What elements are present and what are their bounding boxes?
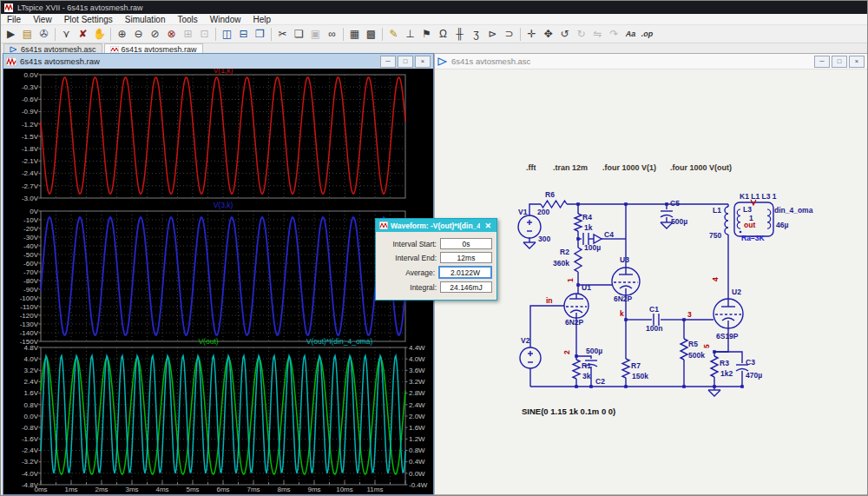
menu-file[interactable]: File — [1, 15, 27, 24]
component-label-r2[interactable]: R2 — [560, 248, 569, 256]
cascade-windows-button[interactable]: ❐ — [252, 26, 268, 42]
zoom-out-button[interactable]: ⊘ — [147, 26, 163, 42]
undo-button[interactable]: ↺ — [556, 26, 573, 42]
zoom-in-button[interactable]: ⊕ — [114, 26, 130, 42]
component-label-v2[interactable]: V2 — [521, 336, 530, 345]
component-button[interactable]: ⊃ — [501, 26, 517, 42]
component-label-u3[interactable]: U3 — [620, 255, 629, 264]
waveform-plot-area[interactable]: 0.0V-0.3V-0.6V-0.9V-1.2V-1.5V-1.8V-2.1V-… — [3, 69, 433, 494]
resistor-button[interactable]: Ω — [435, 26, 451, 42]
probe-button[interactable]: ⋎ — [58, 26, 75, 42]
component-label-500-[interactable]: 500µ — [586, 347, 602, 355]
menu-tools[interactable]: Tools — [171, 15, 203, 24]
mirror-button[interactable]: ⇋ — [589, 26, 606, 42]
component-label-6n2p[interactable]: 6N2P — [565, 318, 584, 327]
diode-button[interactable]: ⊳ — [484, 26, 501, 42]
node-label-3[interactable]: 3 — [687, 310, 692, 319]
paste-button[interactable]: ▣ — [307, 26, 324, 42]
node-label-k[interactable]: k — [620, 309, 624, 318]
component-label-sine-0-1-15-1k-0-1m-0-0-[interactable]: SINE(0 1.15 1k 0.1m 0 0) — [522, 407, 615, 416]
component-label-1k[interactable]: 1k — [584, 223, 593, 232]
node-label-5[interactable]: 5 — [702, 344, 711, 348]
zoom-full-button[interactable]: ⊗ — [163, 26, 180, 42]
spice-directive--four-1000-v-out-[interactable]: .four 1000 V(out) — [670, 163, 732, 172]
component-label-500-[interactable]: 500µ — [671, 217, 687, 226]
tile-horizontal-button[interactable]: ⊟ — [235, 26, 252, 42]
component-label-360k[interactable]: 360k — [553, 259, 569, 268]
component-label-ra-3k[interactable]: Ra=3K — [741, 234, 766, 242]
pause-hand-button[interactable]: ✋ — [91, 26, 108, 42]
waveform-plot[interactable]: 0.0V-0.3V-0.6V-0.9V-1.2V-1.5V-1.8V-2.1V-… — [3, 69, 431, 493]
text-button[interactable]: Aa — [622, 26, 639, 42]
ground-button[interactable]: ⊥ — [402, 26, 418, 42]
close-button[interactable]: × — [849, 56, 865, 68]
node-label-out[interactable]: out — [744, 221, 755, 229]
save-button[interactable]: ✇ — [36, 26, 52, 42]
node-label-1[interactable]: 1 — [566, 278, 575, 282]
inductor-button[interactable]: ʒ — [468, 26, 484, 42]
dialog-field-value[interactable]: 12ms — [440, 252, 492, 263]
menu-window[interactable]: Window — [204, 15, 247, 24]
redo-button[interactable]: ↻ — [573, 26, 589, 42]
trace-title[interactable]: V(3,k) — [214, 201, 233, 209]
component-label-r7[interactable]: R7 — [631, 361, 641, 370]
dialog-field-value[interactable]: 24.146mJ — [440, 281, 492, 293]
component-label-150k[interactable]: 150k — [632, 372, 648, 380]
menu-plot-settings[interactable]: Plot Settings — [58, 15, 119, 24]
minimize-button[interactable]: ─ — [814, 56, 830, 68]
component-label-c3[interactable]: C3 — [746, 358, 755, 367]
maximize-button[interactable]: □ — [398, 56, 413, 68]
edit-pencil-button[interactable]: ✎ — [385, 26, 402, 42]
dialog-field-value[interactable]: 0s — [440, 238, 492, 249]
spice-directive-button[interactable]: .op — [639, 26, 655, 42]
menu-help[interactable]: Help — [247, 15, 277, 24]
menu-view[interactable]: View — [27, 15, 58, 24]
component-label-r5[interactable]: R5 — [688, 340, 698, 348]
drag-button[interactable]: ✥ — [540, 26, 556, 42]
component-label-r3[interactable]: R3 — [720, 359, 729, 367]
dialog-close-icon[interactable]: ✕ — [483, 222, 493, 230]
node-label-in[interactable]: in — [546, 296, 553, 305]
component-label-r1[interactable]: R1 — [582, 361, 591, 370]
component-label-k1-l1-l3-1[interactable]: K1 L1 L3 1 — [740, 192, 777, 201]
waveform-window-titlebar[interactable]: 6s41s avtosmesh.raw ─□× — [3, 54, 433, 69]
print-preview-button[interactable]: ▩ — [363, 26, 379, 42]
schematic-canvas[interactable]: .fft.tran 12m.four 1000 V(1).four 1000 V… — [435, 69, 865, 493]
trace-title[interactable]: V(1,k) — [214, 69, 233, 75]
component-label-l1[interactable]: L1 — [713, 206, 721, 215]
component-label-470-[interactable]: 470µ — [746, 371, 762, 380]
maximize-button[interactable]: □ — [832, 56, 847, 68]
dialog-titlebar[interactable]: Waveform: -V(out)*I(din_4_oma) ✕ — [376, 219, 496, 232]
dialog-field-value[interactable]: 2.0122W — [438, 266, 492, 279]
capacitor-button[interactable]: ╫ — [451, 26, 468, 42]
node-label-4[interactable]: 4 — [711, 277, 720, 281]
component-label-200[interactable]: 200 — [537, 208, 549, 216]
component-label-c4[interactable]: C4 — [604, 230, 614, 239]
component-label-46-[interactable]: 46µ — [776, 221, 788, 229]
zoom-back-button[interactable]: ⊖ — [130, 26, 147, 42]
component-label-500k[interactable]: 500k — [688, 351, 705, 360]
component-label-r4[interactable]: R4 — [582, 213, 592, 222]
autorange-button[interactable]: ⊞ — [180, 26, 196, 42]
component-label-1k2[interactable]: 1k2 — [720, 369, 733, 378]
component-label-u1[interactable]: U1 — [582, 283, 591, 292]
spice-directive--tran-12m[interactable]: .tran 12m — [553, 163, 588, 172]
component-label-100-[interactable]: 100µ — [584, 243, 601, 252]
trace-title[interactable]: V(out)*I(din_4_oma) — [306, 337, 373, 346]
spice-directive--fft[interactable]: .fft — [526, 163, 536, 172]
minimize-button[interactable]: ─ — [380, 56, 396, 68]
rotate-button[interactable]: ↷ — [606, 26, 622, 42]
spice-directive--four-1000-v-1-[interactable]: .four 1000 V(1) — [602, 163, 656, 172]
component-label-6n2p[interactable]: 6N2P — [614, 294, 633, 303]
schematic-canvas-area[interactable]: .fft.tran 12m.four 1000 V(1).four 1000 V… — [435, 69, 867, 494]
plot-settings-button[interactable]: ⊡ — [196, 26, 213, 42]
tile-vertical-button[interactable]: ◫ — [219, 26, 235, 42]
node-label-2[interactable]: 2 — [562, 350, 571, 354]
component-label-c2[interactable]: C2 — [595, 377, 605, 386]
move-button[interactable]: ✛ — [523, 26, 540, 42]
close-button[interactable]: × — [415, 56, 431, 68]
copy-button[interactable]: ❏ — [291, 26, 307, 42]
component-label-300[interactable]: 300 — [538, 235, 550, 243]
component-label-c1[interactable]: C1 — [649, 305, 659, 314]
component-label-3k[interactable]: 3k — [582, 372, 591, 380]
